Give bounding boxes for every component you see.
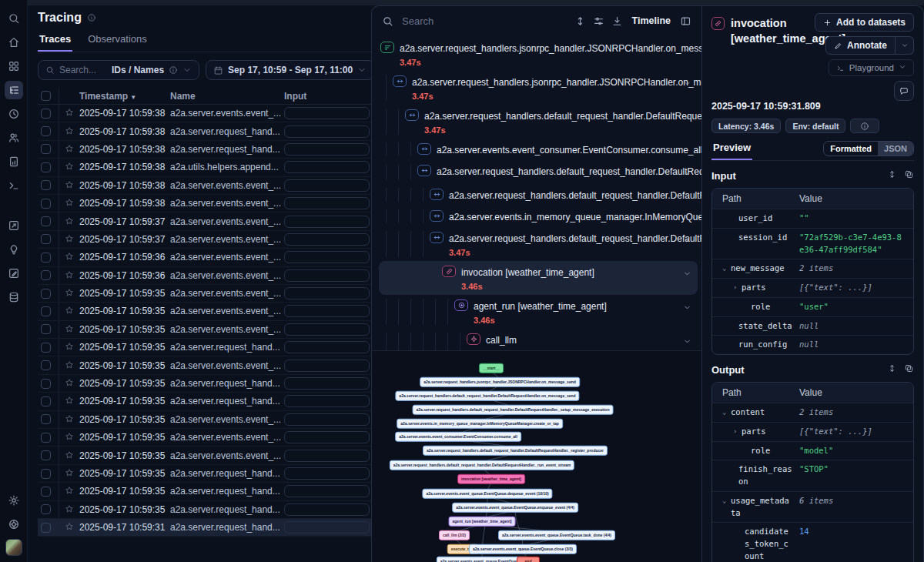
copy-icon[interactable] xyxy=(904,363,914,376)
search-icon[interactable] xyxy=(382,15,393,27)
dashboard-icon[interactable] xyxy=(5,57,23,75)
span-tree-row[interactable]: a2a.server.request_handlers.default_requ… xyxy=(379,184,698,206)
bookmark-star-icon[interactable] xyxy=(65,142,74,156)
graph-node[interactable]: a2a.server.events.event_queue.EventQueue… xyxy=(452,503,578,513)
row-checkbox[interactable] xyxy=(41,450,51,460)
table-row[interactable]: 2025-09-17 10:59:36a2a.server.events.eve… xyxy=(38,267,371,285)
span-tree-row[interactable]: agent_run [weather_time_agent]3.46s xyxy=(379,295,698,329)
caret-down-icon[interactable]: ⌄ xyxy=(722,406,731,419)
row-checkbox[interactable] xyxy=(41,162,51,172)
chevron-down-icon[interactable] xyxy=(683,301,691,315)
row-checkbox[interactable] xyxy=(41,379,51,389)
table-row[interactable]: 2025-09-17 10:59:37a2a.server.events.eve… xyxy=(38,212,371,230)
graph-node[interactable]: a2a.server.events.event_queue.EventQueue… xyxy=(422,489,552,499)
span-tree-row[interactable]: invocation [weather_time_agent]3.46s xyxy=(379,261,698,295)
row-checkbox[interactable] xyxy=(41,270,51,280)
graph-node[interactable]: a2a.server.request_handlers.default_requ… xyxy=(423,446,608,456)
chevron-down-icon[interactable] xyxy=(683,233,691,247)
span-tree-row[interactable]: a2a.server.events.event_consumer.EventCo… xyxy=(379,139,698,160)
bookmark-star-icon[interactable] xyxy=(65,340,74,354)
date-range-picker[interactable]: Sep 17, 10:59 - Sep 17, 11:00 xyxy=(206,60,371,80)
bookmark-star-icon[interactable] xyxy=(65,484,74,498)
expand-section-icon[interactable] xyxy=(887,363,897,376)
table-row[interactable]: 2025-09-17 10:59:38a2a.utils.helpers.app… xyxy=(38,159,371,176)
search-input[interactable]: Search... IDs / Names xyxy=(38,60,199,80)
select-all-checkbox[interactable] xyxy=(41,91,51,101)
timeline-toggle[interactable]: Timeline xyxy=(632,15,671,26)
format-json[interactable]: JSON xyxy=(878,142,913,156)
row-checkbox[interactable] xyxy=(41,109,51,119)
span-tree-row[interactable]: a2a.server.events.in_memory_queue_manage… xyxy=(379,206,698,227)
tab-observations[interactable]: Observations xyxy=(86,33,149,52)
row-checkbox[interactable] xyxy=(41,126,51,136)
collapse-panel-icon[interactable] xyxy=(680,15,691,27)
table-row[interactable]: 2025-09-17 10:59:35a2a.server.request_ha… xyxy=(38,393,371,410)
table-row[interactable]: 2025-09-17 10:59:38a2a.server.events.eve… xyxy=(38,105,371,122)
judges-icon[interactable] xyxy=(5,264,23,283)
annotate-dropdown-button[interactable] xyxy=(896,36,914,55)
graph-node[interactable]: a2a.server.events.event_queue.EventQueue… xyxy=(469,544,577,554)
table-row[interactable]: 2025-09-17 10:59:35a2a.server.events.eve… xyxy=(38,321,371,339)
row-checkbox[interactable] xyxy=(41,396,51,406)
bookmark-star-icon[interactable] xyxy=(65,215,74,229)
graph-node[interactable]: __end__ xyxy=(517,557,540,562)
graph-node[interactable]: a2a.server.request_handlers.default_requ… xyxy=(390,460,574,470)
sessions-icon[interactable] xyxy=(5,105,23,123)
table-row[interactable]: 2025-09-17 10:59:31a2a.server.request_ha… xyxy=(38,519,371,537)
tab-traces[interactable]: Traces xyxy=(38,33,72,52)
comments-button[interactable] xyxy=(894,81,914,101)
row-checkbox[interactable] xyxy=(41,234,51,244)
caret-down-icon[interactable]: ⌄ xyxy=(722,495,731,520)
expand-section-icon[interactable] xyxy=(887,169,897,182)
support-icon[interactable] xyxy=(5,515,23,534)
table-row[interactable]: 2025-09-17 10:59:38a2a.server.request_ha… xyxy=(38,141,371,159)
table-row[interactable]: 2025-09-17 10:59:35a2a.server.events.eve… xyxy=(38,411,371,429)
table-row[interactable]: 2025-09-17 10:59:35a2a.server.request_ha… xyxy=(38,501,371,519)
search-icon[interactable] xyxy=(5,9,23,28)
playground-button[interactable]: Playground xyxy=(829,59,914,76)
chevron-down-icon[interactable] xyxy=(683,111,691,125)
bookmark-star-icon[interactable] xyxy=(65,394,74,408)
user-avatar[interactable] xyxy=(5,539,22,556)
format-formatted[interactable]: Formatted xyxy=(824,142,878,156)
table-row[interactable]: 2025-09-17 10:59:35a2a.server.request_ha… xyxy=(38,375,371,393)
bookmark-star-icon[interactable] xyxy=(65,520,74,534)
row-checkbox[interactable] xyxy=(41,216,51,226)
chevron-down-icon[interactable] xyxy=(683,267,691,281)
row-checkbox[interactable] xyxy=(41,144,51,154)
expand-all-icon[interactable] xyxy=(574,15,586,27)
table-row[interactable]: 2025-09-17 10:59:35a2a.server.events.eve… xyxy=(38,429,371,447)
graph-node[interactable]: a2a.server.request_handlers.default_requ… xyxy=(413,405,614,415)
chevron-down-icon[interactable] xyxy=(683,77,691,91)
row-checkbox[interactable] xyxy=(41,253,51,263)
graph-node[interactable]: a2a.server.request_handlers.jsonrpc_hand… xyxy=(420,377,580,387)
row-checkbox[interactable] xyxy=(41,360,51,370)
bookmark-star-icon[interactable] xyxy=(65,376,74,390)
chevron-down-icon[interactable] xyxy=(683,43,691,57)
bookmark-star-icon[interactable] xyxy=(65,196,74,210)
row-checkbox[interactable] xyxy=(41,343,51,353)
settings-sliders-icon[interactable] xyxy=(593,15,604,27)
row-checkbox[interactable] xyxy=(41,523,51,533)
graph-node[interactable]: a2a.server.events.event_queue.EventQueue… xyxy=(437,557,527,562)
download-icon[interactable] xyxy=(611,15,623,27)
bookmark-star-icon[interactable] xyxy=(65,106,74,120)
terminal-icon[interactable] xyxy=(5,176,23,195)
column-header-input[interactable]: Input xyxy=(284,91,371,102)
row-checkbox[interactable] xyxy=(41,180,51,190)
table-row[interactable]: 2025-09-17 10:59:35a2a.server.events.eve… xyxy=(38,303,371,320)
table-row[interactable]: 2025-09-17 10:59:38a2a.server.events.eve… xyxy=(38,195,371,212)
kv-row[interactable]: ⌄usage_metadata6 items xyxy=(712,491,913,523)
row-checkbox[interactable] xyxy=(41,199,51,209)
row-checkbox[interactable] xyxy=(41,487,51,497)
bookmark-star-icon[interactable] xyxy=(65,323,74,336)
span-tree-row[interactable]: a2a.server.request_handlers.default_requ… xyxy=(379,105,698,139)
chevron-down-icon[interactable] xyxy=(683,335,691,349)
span-tree-row[interactable]: call_llm1.78s173 → 5 (Σ 178) xyxy=(379,329,698,350)
graph-node[interactable]: a2a.server.request_handlers.default_requ… xyxy=(395,391,579,401)
row-checkbox[interactable] xyxy=(41,306,51,316)
evaluators-icon[interactable] xyxy=(5,216,23,235)
graph-node[interactable]: a2a.server.events.event_consumer.EventCo… xyxy=(395,432,521,442)
annotate-button[interactable]: Annotate xyxy=(825,36,896,55)
graph-node[interactable]: a2a.server.events.in_memory_queue_manage… xyxy=(397,419,563,429)
